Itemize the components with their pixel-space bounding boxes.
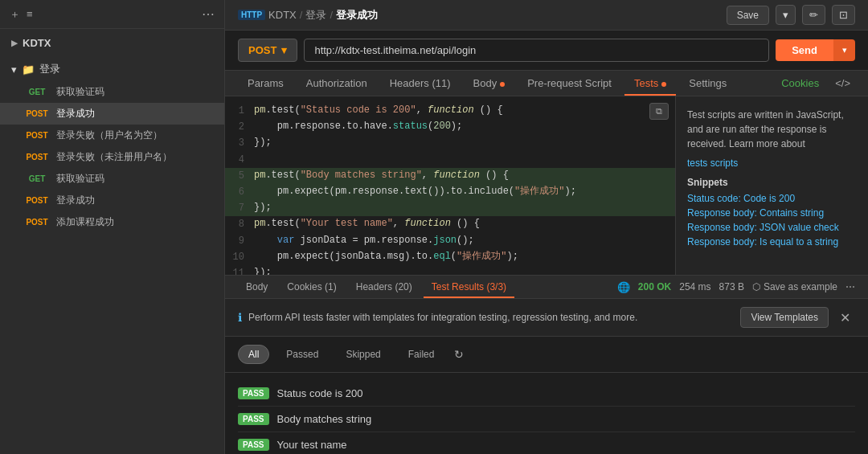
snippet-2[interactable]: Response body: Contains string — [687, 207, 857, 219]
learn-more-link[interactable]: tests scripts — [687, 157, 738, 169]
more-icon[interactable]: ⋯ — [202, 6, 215, 22]
chevron-down-icon: ▾ — [11, 63, 17, 76]
pass-badge-2: PASS — [238, 439, 269, 451]
right-panel-description: Test scripts are written in JavaScript, … — [687, 108, 857, 151]
tab-settings[interactable]: Settings — [679, 71, 736, 96]
tab-tests[interactable]: Tests — [624, 71, 676, 96]
results-meta: 🌐 200 OK 254 ms 873 B ⬡ Save as example … — [617, 281, 855, 293]
template-banner-text: ℹ Perform API tests faster with template… — [238, 311, 637, 324]
method-badge-post: POST — [23, 152, 51, 162]
tab-cookies[interactable]: Cookies — [773, 71, 827, 96]
results-tabs: Body Cookies (1) Headers (20) Test Resul… — [225, 276, 868, 299]
results-area: Body Cookies (1) Headers (20) Test Resul… — [225, 275, 868, 454]
method-badge-get: GET — [23, 174, 51, 184]
code-icon-btn[interactable]: </> — [830, 71, 855, 96]
code-line-2: 2 pm.response.to.have.status(200); — [225, 119, 675, 135]
body-dot — [500, 82, 505, 87]
test-name-0: Status code is 200 — [277, 387, 363, 399]
more-options-button[interactable]: ⊡ — [832, 5, 855, 25]
sidebar-item-5[interactable]: POST 登录成功 — [0, 190, 224, 211]
breadcrumb: HTTP KDTX / 登录 / 登录成功 — [238, 8, 378, 22]
save-button[interactable]: Save — [727, 6, 769, 25]
info-icon: ℹ — [238, 311, 242, 324]
filter-tab-failed[interactable]: Failed — [398, 345, 445, 364]
method-select[interactable]: POST ▾ — [238, 39, 297, 62]
folder-icon: 📁 — [22, 63, 35, 76]
template-banner: ℹ Perform API tests faster with template… — [225, 299, 868, 337]
tab-body[interactable]: Body — [464, 71, 515, 96]
breadcrumb-workspace: KDTX — [268, 9, 297, 21]
code-line-5: 5 pm.test("Body matches string", functio… — [225, 168, 675, 184]
sidebar-item-0[interactable]: GET 获取验证码 — [0, 81, 224, 103]
save-icon: ⬡ — [752, 281, 760, 292]
collection-item[interactable]: ▾ 📁 登录 — [0, 57, 224, 81]
sidebar-item-label: 登录成功 — [56, 107, 95, 121]
snippet-3[interactable]: Response body: JSON value check — [687, 222, 857, 233]
http-tag: HTTP — [238, 10, 265, 20]
code-line-3: 3 }); — [225, 135, 675, 151]
sidebar-item-label: 添加课程成功 — [56, 215, 114, 229]
test-name-2: Your test name — [277, 439, 347, 451]
sidebar-item-4[interactable]: GET 获取验证码 — [0, 168, 224, 190]
results-tab-cookies[interactable]: Cookies (1) — [279, 276, 344, 298]
view-templates-button[interactable]: View Templates — [740, 307, 829, 328]
sidebar-item-label: 获取验证码 — [56, 85, 104, 99]
sidebar-item-1[interactable]: POST 登录成功 — [0, 103, 224, 125]
tests-dot — [661, 82, 666, 87]
sidebar-item-2[interactable]: POST 登录失败（用户名为空） — [0, 125, 224, 146]
tab-authorization[interactable]: Authorization — [297, 71, 377, 96]
snippets-title: Snippets — [687, 177, 857, 188]
tab-params[interactable]: Params — [238, 71, 293, 96]
url-bar: POST ▾ Send ▾ — [225, 31, 868, 71]
more-results-button[interactable]: ⋯ — [845, 281, 855, 292]
edit-icon-button[interactable]: ✏ — [802, 5, 825, 25]
code-line-11: 11 }); — [225, 265, 675, 275]
code-line-4: 4 — [225, 152, 675, 168]
topbar-right: Save ▾ ✏ ⊡ — [727, 5, 855, 25]
editor-toolbar: ⧉ — [649, 103, 669, 120]
tab-prerequest[interactable]: Pre-request Script — [518, 71, 621, 96]
code-line-6: 6 pm.expect(pm.response.text()).to.inclu… — [225, 184, 675, 200]
save-dropdown-button[interactable]: ▾ — [776, 5, 796, 25]
send-button[interactable]: Send — [776, 39, 833, 61]
method-badge-post: POST — [23, 108, 51, 119]
method-badge-get: GET — [23, 87, 51, 97]
pass-badge-1: PASS — [238, 413, 269, 425]
response-size: 873 B — [719, 281, 744, 292]
refresh-button[interactable]: ↻ — [454, 348, 464, 361]
breadcrumb-sep1: / — [300, 9, 303, 21]
pass-badge-0: PASS — [238, 387, 269, 399]
sidebar-item-label: 登录成功 — [56, 194, 95, 207]
code-editor[interactable]: 1 pm.test("Status code is 200", function… — [225, 96, 675, 275]
chevron-right-icon: ▶ — [11, 39, 18, 47]
breadcrumb-current: 登录成功 — [336, 8, 378, 22]
menu-icon[interactable]: ≡ — [27, 8, 33, 20]
snippet-1[interactable]: Status code: Code is 200 — [687, 193, 857, 204]
send-dropdown-button[interactable]: ▾ — [833, 39, 855, 61]
results-tab-headers[interactable]: Headers (20) — [348, 276, 420, 298]
sidebar-top: ＋ ≡ ⋯ — [0, 0, 224, 29]
save-as-example-button[interactable]: ⬡ Save as example — [752, 281, 837, 292]
sidebar-item-label: 登录失败（未注册用户名） — [56, 150, 172, 164]
editor-format-button[interactable]: ⧉ — [649, 103, 669, 120]
code-line-10: 10 pm.expect(jsonData.msg).to.eql("操作成功"… — [225, 249, 675, 265]
sidebar-item-3[interactable]: POST 登录失败（未注册用户名） — [0, 146, 224, 168]
plus-icon[interactable]: ＋ — [10, 7, 20, 22]
tab-headers[interactable]: Headers (11) — [380, 71, 461, 96]
url-input[interactable] — [304, 39, 769, 62]
template-banner-description: Perform API tests faster with templates … — [248, 312, 637, 323]
method-value: POST — [248, 44, 276, 56]
test-name-1: Body matches string — [277, 413, 372, 425]
code-line-7: 7 }); — [225, 200, 675, 216]
test-result-item-2: PASS Your test name — [238, 432, 855, 454]
filter-tab-skipped[interactable]: Skipped — [335, 345, 391, 364]
filter-tab-passed[interactable]: Passed — [276, 345, 329, 364]
code-line-8: 8 pm.test("Your test name", function () … — [225, 216, 675, 232]
snippet-4[interactable]: Response body: Is equal to a string — [687, 236, 857, 247]
filter-tab-all[interactable]: All — [238, 345, 269, 364]
workspace-item[interactable]: ▶ KDTX — [0, 29, 224, 57]
results-tab-body[interactable]: Body — [238, 276, 276, 298]
results-tab-testresults[interactable]: Test Results (3/3) — [424, 276, 514, 298]
close-banner-button[interactable]: ✕ — [835, 309, 855, 327]
sidebar-item-6[interactable]: POST 添加课程成功 — [0, 211, 224, 233]
